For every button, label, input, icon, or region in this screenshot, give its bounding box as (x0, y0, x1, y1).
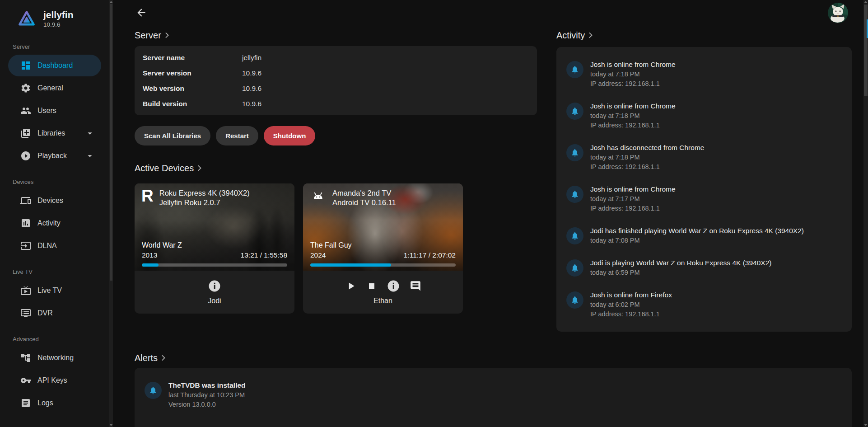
sidebar-item-users[interactable]: Users (8, 100, 101, 122)
info-button[interactable] (387, 279, 400, 293)
info-icon (208, 279, 221, 293)
activity-time: today at 6:02 PM (590, 300, 672, 310)
sidebar-item-dlna[interactable]: DLNA (8, 235, 101, 257)
chevron-right-icon (161, 355, 165, 361)
info-icon (387, 279, 400, 293)
info-button[interactable] (208, 279, 221, 293)
scroll-down-arrow-icon[interactable] (109, 424, 113, 426)
media-title: World War Z (142, 241, 182, 250)
media-title: The Fall Guy (310, 241, 352, 250)
sidebar-item-devices[interactable]: Devices (8, 190, 101, 211)
bell-icon (570, 190, 579, 199)
stop-button[interactable] (366, 281, 377, 291)
sidebar-item-live-tv[interactable]: Live TV (8, 280, 101, 301)
sidebar-item-dashboard[interactable]: Dashboard (8, 55, 101, 76)
client-version: Android TV 0.16.11 (332, 198, 396, 207)
media-year: 2024 (310, 251, 352, 259)
back-button[interactable] (135, 6, 148, 19)
sidebar-item-logs[interactable]: Logs (8, 392, 101, 414)
activity-title: Josh has disconnected from Chrome (590, 143, 704, 153)
bell-icon (570, 231, 579, 240)
alerts-heading[interactable]: Alerts (135, 352, 852, 364)
gear-icon (20, 83, 31, 94)
activity-entry[interactable]: Jodi has finished playing World War Z on… (556, 220, 852, 252)
bell-icon (570, 296, 579, 305)
active-devices-heading[interactable]: Active Devices (135, 162, 537, 174)
activity-title: Josh is online from Chrome (590, 184, 676, 194)
session-user: Jodi (208, 297, 221, 305)
sidebar-item-general[interactable]: General (8, 77, 101, 99)
user-avatar[interactable] (828, 3, 848, 23)
main-content: Server Server name jellyfin Server versi… (113, 0, 863, 427)
activity-title: Josh is online from Chrome (590, 60, 676, 70)
window-scrollbar-thumb[interactable] (864, 5, 868, 96)
device-name: Amanda's 2nd TV (332, 188, 396, 198)
sidebar-item-dvr[interactable]: DVR (8, 302, 101, 324)
sidebar-section-server: Server (0, 43, 109, 50)
sidebar-item-playback[interactable]: Playback (8, 145, 101, 167)
users-icon (20, 105, 31, 116)
alert-entry[interactable]: AniDB was installed (135, 422, 852, 427)
activity-time: today at 7:18 PM (590, 70, 676, 79)
bell-icon (570, 65, 579, 74)
message-button[interactable] (410, 280, 421, 292)
alerts-card: TheTVDB was installed last Thursday at 1… (135, 368, 852, 427)
play-button[interactable] (345, 280, 357, 292)
device-card-roku[interactable]: R Roku Express 4K (3940X2) Jellyfin Roku… (135, 183, 294, 314)
playback-progress-bar (142, 263, 287, 267)
scroll-down-arrow-icon[interactable] (864, 424, 868, 426)
app-version: 10.9.6 (43, 21, 74, 28)
scroll-up-arrow-icon[interactable] (109, 1, 113, 3)
devices-icon (20, 195, 31, 206)
sidebar-item-api-keys[interactable]: API Keys (8, 370, 101, 391)
alert-time: last Thursday at 10:23 PM (168, 390, 246, 400)
activity-time: today at 6:59 PM (590, 268, 771, 277)
sidebar-item-networking[interactable]: Networking (8, 347, 101, 369)
activity-time: today at 7:18 PM (590, 111, 676, 121)
chevron-down-icon (85, 128, 95, 138)
activity-time: today at 7:18 PM (590, 153, 704, 162)
activity-entry[interactable]: Josh is online from Chrome today at 7:18… (556, 95, 852, 136)
shutdown-button[interactable]: Shutdown (264, 126, 315, 145)
activity-title: Jodi is playing World War Z on Roku Expr… (590, 258, 771, 268)
bell-icon (570, 263, 579, 272)
chevron-down-icon (85, 151, 95, 161)
sidebar-section-devices: Devices (0, 178, 109, 185)
now-playing-backdrop: Amanda's 2nd TV Android TV 0.16.11 The F… (303, 183, 463, 271)
now-playing-backdrop: R Roku Express 4K (3940X2) Jellyfin Roku… (135, 183, 294, 271)
server-info-row: Build version 10.9.6 (143, 96, 529, 112)
alert-entry[interactable]: TheTVDB was installed last Thursday at 1… (135, 374, 852, 416)
scan-all-libraries-button[interactable]: Scan All Libraries (135, 126, 210, 145)
activity-entry[interactable]: Josh has disconnected from Chrome today … (556, 136, 852, 178)
server-info-row: Web version 10.9.6 (143, 81, 529, 96)
activity-entry[interactable]: Jodi is playing World War Z on Roku Expr… (556, 252, 852, 284)
activity-heading[interactable]: Activity (556, 29, 852, 42)
bell-icon (570, 107, 579, 116)
sidebar-item-activity[interactable]: Activity (8, 212, 101, 234)
activity-ip: IP address: 192.168.1.1 (590, 204, 676, 213)
sidebar-scrollbar-thumb[interactable] (110, 4, 112, 281)
restart-button[interactable]: Restart (216, 126, 258, 145)
roku-logo: R (141, 188, 154, 204)
client-version: Jellyfin Roku 2.0.7 (159, 198, 250, 207)
session-user: Ethan (373, 297, 392, 305)
dvr-icon (20, 308, 31, 319)
dlna-icon (20, 240, 31, 251)
playback-progress-fill (142, 263, 159, 267)
arrow-left-icon (135, 7, 147, 19)
app-name: jellyfin (43, 9, 74, 20)
activity-title: Jodi has finished playing World War Z on… (590, 226, 804, 236)
activity-entry[interactable]: Josh is online from Chrome today at 7:17… (556, 178, 852, 220)
activity-entry[interactable]: Josh is online from Chrome today at 7:18… (556, 53, 852, 95)
activity-title: Josh is online from Chrome (590, 101, 676, 111)
sidebar-item-libraries[interactable]: Libraries (8, 122, 101, 144)
device-name: Roku Express 4K (3940X2) (159, 188, 250, 198)
scroll-up-arrow-icon[interactable] (864, 1, 868, 3)
server-section-heading[interactable]: Server (135, 29, 537, 42)
window-scrollbar[interactable] (863, 0, 868, 427)
activity-entry[interactable]: Josh is online from Firefox today at 6:0… (556, 284, 852, 325)
device-card-android-tv[interactable]: Amanda's 2nd TV Android TV 0.16.11 The F… (303, 183, 463, 314)
sidebar-scrollbar[interactable] (109, 0, 113, 427)
top-bar (135, 0, 852, 25)
alert-title: TheTVDB was installed (168, 380, 246, 390)
